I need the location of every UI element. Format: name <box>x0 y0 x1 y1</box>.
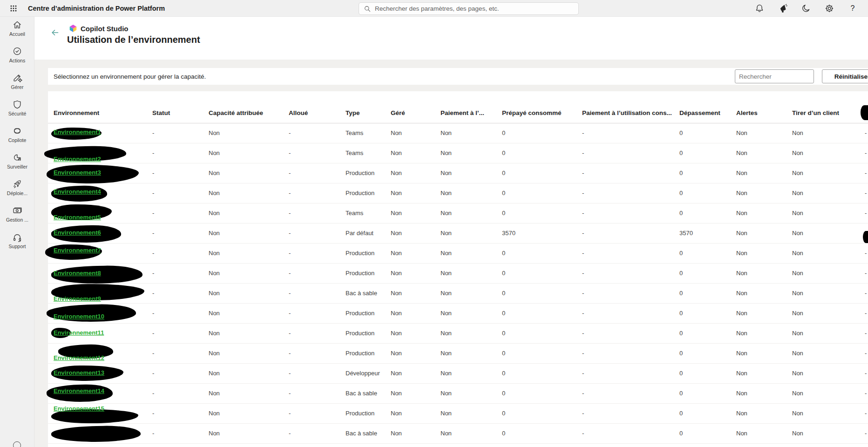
environment-cell: Environnement12 <box>48 343 147 363</box>
reset-button[interactable]: Réinitialiser <box>822 69 868 83</box>
global-search-input[interactable] <box>375 5 578 12</box>
environment-cell: Environnement10 <box>48 303 147 323</box>
environment-link[interactable]: Environnement9 <box>54 295 101 302</box>
column-header-paiement[interactable]: Paiement à l’... <box>435 91 496 123</box>
column-header-environnement[interactable]: Environnement <box>48 91 147 123</box>
table-filter-input[interactable] <box>735 69 814 83</box>
cell-alertes: Non <box>731 203 787 223</box>
help-button[interactable]: ? <box>841 0 864 17</box>
column-header-statut[interactable]: Statut <box>147 91 203 123</box>
cell-capacite: Non <box>203 283 283 303</box>
table-row: Environnement8 - Non - Production Non No… <box>48 263 868 283</box>
cell-paiement-utilisation: - <box>576 183 674 203</box>
cell-alertes: Non <box>731 143 787 163</box>
cell-paiement: Non <box>435 263 496 283</box>
column-header-gere[interactable]: Géré <box>385 91 435 123</box>
sidebar-item-gerer[interactable]: Gérer <box>0 70 34 96</box>
cell-tirer: Non <box>787 203 864 223</box>
cell-capacite: Non <box>203 323 283 343</box>
cell-capacite: Non <box>203 423 283 443</box>
column-header-prepaye[interactable]: Prépayé consommé <box>496 91 576 123</box>
sidebar-label: Déploie... <box>7 190 27 196</box>
sidebar-item-securite[interactable]: Sécurité <box>0 96 34 123</box>
table-body: Environnement1 - Non - Teams Non Non 0 -… <box>48 123 868 443</box>
cell-extra: - <box>864 123 868 143</box>
cell-statut: - <box>147 403 203 423</box>
environment-link[interactable]: Environnement10 <box>54 313 104 320</box>
announcements-button[interactable] <box>771 0 794 17</box>
sidebar-item-support[interactable]: Support <box>0 229 34 256</box>
table-row: Environnement11 - Non - Production Non N… <box>48 323 868 343</box>
cell-paiement: Non <box>435 183 496 203</box>
back-button[interactable] <box>48 26 61 39</box>
table-row: - Non - Bac à sable Non Non 0 - 0 Non No… <box>48 423 868 443</box>
column-header-paiement-utilisation[interactable]: Paiement à l’utilisation cons... <box>576 91 674 123</box>
environment-cell: Environnement8 <box>48 263 147 283</box>
cell-gere: Non <box>385 383 435 403</box>
cell-paiement-utilisation: - <box>576 383 674 403</box>
cell-paiement: Non <box>435 203 496 223</box>
column-header-type[interactable]: Type <box>340 91 385 123</box>
cell-extra: - <box>864 383 868 403</box>
environment-cell: Environnement13 <box>48 363 147 383</box>
environment-link[interactable]: Environnement11 <box>54 329 104 336</box>
sidebar-item-actions[interactable]: Actions <box>0 43 34 70</box>
cell-prepaye: 0 <box>496 263 576 283</box>
cell-type: Production <box>340 403 385 423</box>
sidebar-label: Accueil <box>9 31 25 37</box>
environment-link[interactable]: Environnement5 <box>54 214 101 221</box>
cell-extra: - <box>864 303 868 323</box>
environment-cell: Environnement6 <box>48 223 147 243</box>
environment-link[interactable]: Environnement4 <box>54 188 101 195</box>
cell-prepaye: 0 <box>496 283 576 303</box>
cell-paiement: Non <box>435 223 496 243</box>
dark-mode-button[interactable] <box>794 0 818 17</box>
main-content: Copilot Studio Utilisation de l’environn… <box>34 17 868 447</box>
cell-extra: - <box>864 263 868 283</box>
environment-link[interactable]: Environnement8 <box>54 270 101 277</box>
environment-link[interactable]: Environnement15 <box>54 405 104 412</box>
column-header-alertes[interactable]: Alertes <box>731 91 787 123</box>
cell-capacite: Non <box>203 363 283 383</box>
cell-alertes: Non <box>731 383 787 403</box>
cell-paiement-utilisation: - <box>576 143 674 163</box>
sidebar-item-accueil[interactable]: Accueil <box>0 17 34 43</box>
column-header-depassement[interactable]: Dépassement <box>674 91 731 123</box>
cell-alloue: - <box>283 283 340 303</box>
sidebar-item-deployer[interactable]: Déploie... <box>0 176 34 203</box>
environment-link[interactable]: Environnement12 <box>54 354 104 361</box>
column-header-tirer[interactable]: Tirer d’un client <box>787 91 864 123</box>
cell-paiement-utilisation: - <box>576 163 674 183</box>
cell-tirer: Non <box>787 423 864 443</box>
environment-cell: Environnement4 <box>48 183 147 203</box>
environment-cell: Environnement15 <box>48 403 147 423</box>
global-search-box[interactable] <box>359 2 579 15</box>
environment-link[interactable]: Environnement1 <box>54 129 101 135</box>
environment-link[interactable]: Environnement13 <box>54 369 104 376</box>
cell-capacite: Non <box>203 183 283 203</box>
cell-extra: - <box>864 203 868 223</box>
sidebar-item-gestion[interactable]: Gestion ... <box>0 203 34 229</box>
cell-tirer: Non <box>787 383 864 403</box>
settings-button[interactable] <box>818 0 841 17</box>
cell-statut: - <box>147 223 203 243</box>
environment-link[interactable]: Environnement2 <box>54 156 101 163</box>
environment-link[interactable]: Environnement7 <box>54 247 101 254</box>
copilot-icon <box>12 126 22 136</box>
cell-alloue: - <box>283 123 340 143</box>
column-header-alloue[interactable]: Alloué <box>283 91 340 123</box>
environment-link[interactable]: Environnement3 <box>54 169 101 176</box>
environment-link[interactable]: Environnement14 <box>54 387 104 394</box>
cell-capacite: Non <box>203 383 283 403</box>
environment-link[interactable]: Environnement6 <box>54 229 101 236</box>
app-launcher-waffle-icon[interactable] <box>7 2 20 15</box>
topbar-actions: ? <box>748 0 864 17</box>
cell-type: Production <box>340 323 385 343</box>
notifications-button[interactable] <box>748 0 771 17</box>
column-header-capacite[interactable]: Capacité attribuée <box>203 91 283 123</box>
cell-gere: Non <box>385 123 435 143</box>
sidebar-item-copilote[interactable]: Copilote <box>0 123 34 149</box>
cell-depassement: 0 <box>674 363 731 383</box>
sidebar-item-surveiller[interactable]: Surveiller <box>0 149 34 176</box>
environment-cell: Environnement2 <box>48 143 147 163</box>
